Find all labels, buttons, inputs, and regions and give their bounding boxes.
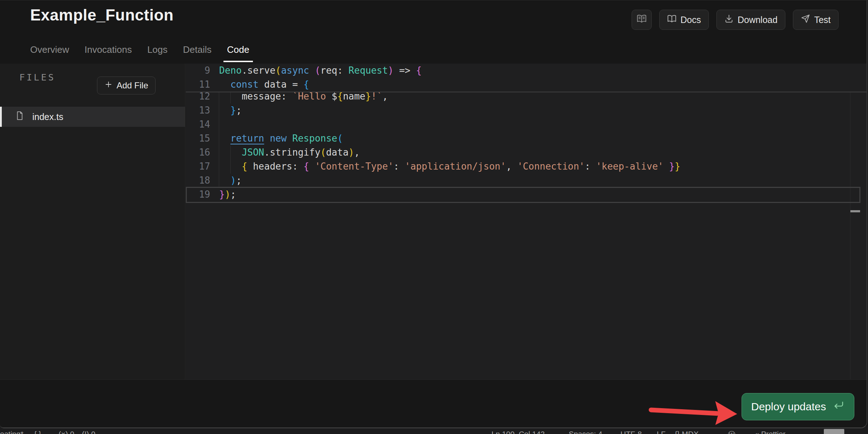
status-item-right[interactable]: UTF-8 <box>620 430 642 434</box>
code-editor[interactable]: 12 message: `Hello ${name}!`,13 };1415 r… <box>186 64 867 379</box>
status-item-left[interactable]: eating* <box>0 430 23 434</box>
tabs: OverviewInvocationsLogsDetailsCode <box>27 42 253 62</box>
tab-overview[interactable]: Overview <box>27 42 73 62</box>
download-button[interactable]: Download <box>716 10 785 30</box>
code-line-18[interactable]: 18 ); <box>186 174 867 188</box>
deploy-updates-button[interactable]: Deploy updates <box>742 393 854 420</box>
code-text: const data = { <box>219 78 309 92</box>
code-text: ); <box>219 174 242 188</box>
line-number: 16 <box>186 146 210 160</box>
plus-icon <box>104 80 113 91</box>
add-file-button[interactable]: Add File <box>97 77 156 94</box>
indent-guide <box>230 92 231 103</box>
status-item-right[interactable]: Ln 100, Col 142 <box>491 430 545 434</box>
code-line-17[interactable]: 17 { headers: { 'Content-Type': 'applica… <box>186 160 867 174</box>
status-item-right[interactable]: Ⓦ <box>728 430 735 434</box>
status-item-right[interactable]: LF <box>657 430 666 434</box>
function-header: Example_Function Docs <box>0 0 867 64</box>
line-number: 11 <box>186 78 210 92</box>
status-highlight-item[interactable] <box>824 429 844 434</box>
add-file-label: Add File <box>116 80 148 91</box>
header-actions: Docs Download Test <box>632 10 839 30</box>
status-item-left[interactable]: (×) 0 <box>59 430 74 434</box>
code-text: { headers: { 'Content-Type': 'applicatio… <box>219 160 680 174</box>
code-line-13[interactable]: 13 }; <box>186 103 867 117</box>
status-item-right[interactable]: « Prettier <box>755 430 785 434</box>
status-item-right[interactable]: Spaces: 4 <box>569 430 602 434</box>
line-number: 17 <box>186 160 210 174</box>
code-line-11[interactable]: 11 const data = { <box>186 78 867 92</box>
code-text: Deno.serve(async (req: Request) => { <box>219 64 422 78</box>
tab-invocations[interactable]: Invocations <box>81 42 135 62</box>
docs-label: Docs <box>680 15 701 25</box>
files-sidebar: FILES Add File index.ts <box>0 64 185 379</box>
line-number: 19 <box>186 188 210 202</box>
code-text: return new Response( <box>219 131 343 146</box>
reader-button[interactable] <box>632 10 652 30</box>
code-line-14[interactable]: 14 <box>186 117 867 131</box>
file-icon <box>15 111 24 123</box>
indent-guide <box>219 89 219 188</box>
file-item-index.ts[interactable]: index.ts <box>0 107 185 127</box>
status-item-left[interactable]: { } <box>34 430 41 434</box>
docs-button[interactable]: Docs <box>659 10 709 30</box>
content-area: FILES Add File index.ts 12 message: `Hel… <box>0 64 867 379</box>
line-number: 15 <box>186 131 210 146</box>
line-number: 13 <box>186 103 210 117</box>
deploy-label: Deploy updates <box>751 401 826 413</box>
enter-key-icon <box>832 400 845 414</box>
line-number: 14 <box>186 117 210 131</box>
line-number: 9 <box>186 64 210 78</box>
download-label: Download <box>738 15 777 25</box>
book-open-text-icon <box>637 14 647 26</box>
test-label: Test <box>814 15 831 25</box>
scrollbar-thumb[interactable] <box>850 210 860 212</box>
tab-details[interactable]: Details <box>179 42 215 62</box>
code-line-15[interactable]: 15 return new Response( <box>186 131 867 146</box>
download-icon <box>724 14 734 26</box>
status-item-left[interactable]: (!) 0 <box>82 430 95 434</box>
files-header: FILES Add File <box>0 64 185 103</box>
send-icon <box>801 14 810 26</box>
code-text: JSON.stringify(data), <box>219 146 360 160</box>
page-title: Example_Function <box>30 6 174 24</box>
line-number: 18 <box>186 174 210 188</box>
red-arrow-annotation <box>646 396 740 428</box>
code-text: }); <box>219 188 236 202</box>
sticky-scroll: 9Deno.serve(async (req: Request) => {11 … <box>186 64 867 92</box>
indent-guide <box>230 146 231 174</box>
book-open-icon <box>667 14 677 26</box>
app-panel: Example_Function Docs <box>0 0 867 428</box>
tab-logs[interactable]: Logs <box>144 42 171 62</box>
tab-code[interactable]: Code <box>223 42 253 62</box>
code-line-9[interactable]: 9Deno.serve(async (req: Request) => { <box>186 64 867 78</box>
file-list: index.ts <box>0 107 185 127</box>
code-text: }; <box>219 103 242 117</box>
test-button[interactable]: Test <box>793 10 839 30</box>
status-item-right[interactable]: {} MDX <box>675 430 699 434</box>
code-line-16[interactable]: 16 JSON.stringify(data), <box>186 146 867 160</box>
code-line-19[interactable]: 19}); <box>186 188 867 202</box>
file-name: index.ts <box>32 112 63 122</box>
files-label: FILES <box>19 72 55 83</box>
code-lines: 12 message: `Hello ${name}!`,13 };1415 r… <box>186 89 867 202</box>
